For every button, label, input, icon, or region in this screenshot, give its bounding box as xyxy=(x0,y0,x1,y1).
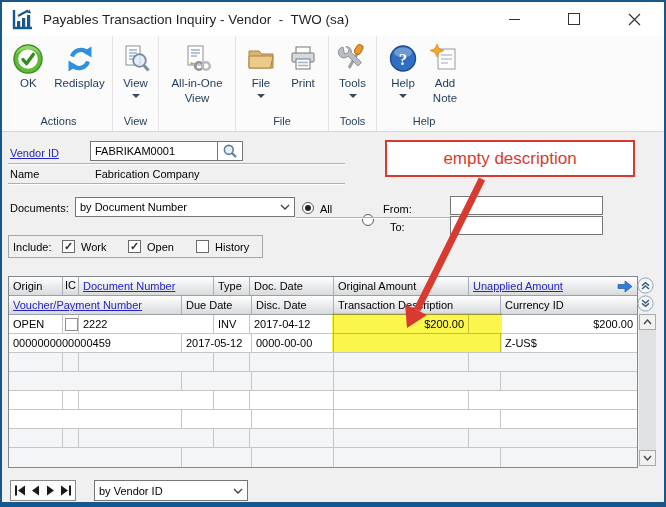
print-button[interactable]: Print xyxy=(282,43,324,90)
highlight-overlay xyxy=(332,313,502,352)
cell-due-date[interactable]: 2017-05-12 xyxy=(182,334,252,352)
chevron-up-icon xyxy=(643,319,652,325)
group-label-file: File xyxy=(236,113,328,131)
header-ic: IC xyxy=(63,277,79,295)
add-note-icon xyxy=(429,43,461,75)
header-type: Type xyxy=(214,277,250,295)
toolbar-group-file: File Print File xyxy=(236,36,329,131)
documents-filter-dropdown[interactable]: by Document Number xyxy=(75,197,295,217)
app-chart-icon xyxy=(11,7,35,31)
cell-currency-id[interactable]: Z-US$ xyxy=(501,334,637,352)
add-note-button[interactable]: Add Note xyxy=(424,43,466,105)
print-printer-icon xyxy=(287,43,319,75)
sort-order-dropdown[interactable]: by Vendor ID xyxy=(94,480,248,501)
header-document-number-link[interactable]: Document Number xyxy=(79,277,214,295)
help-question-icon: ? xyxy=(387,43,419,75)
empty-row-line2 xyxy=(9,410,637,429)
cell-voucher-number[interactable]: 0000000000000459 xyxy=(9,334,182,352)
group-label-tools: Tools xyxy=(329,113,376,131)
last-record-button[interactable] xyxy=(60,485,72,496)
maximize-icon xyxy=(568,13,580,25)
close-icon xyxy=(628,13,641,26)
cell-origin[interactable]: OPEN xyxy=(9,315,63,333)
header-unapplied-amount-link[interactable]: Unapplied Amount xyxy=(473,280,563,292)
cell-ic xyxy=(63,315,79,333)
blue-right-arrow-icon[interactable] xyxy=(617,280,633,293)
all-in-one-view-label-line1: All-in-One xyxy=(171,77,222,90)
ok-button[interactable]: OK xyxy=(7,43,49,90)
all-in-one-view-icon xyxy=(181,43,213,75)
view-document-magnifier-icon xyxy=(120,43,152,75)
previous-record-button[interactable] xyxy=(31,485,40,496)
divider xyxy=(8,163,345,164)
all-in-one-view-label-line2: View xyxy=(185,92,210,105)
collapse-rows-button[interactable] xyxy=(637,295,654,312)
cell-disc-date[interactable]: 0000-00-00 xyxy=(252,334,334,352)
vendor-lookup-button[interactable] xyxy=(217,141,243,161)
header-transaction-description: Transaction Description xyxy=(334,296,501,314)
ic-checkbox[interactable] xyxy=(65,318,78,331)
to-input[interactable] xyxy=(450,216,603,235)
toolbar-group-actions: OK Redisplay Actions xyxy=(5,36,113,131)
open-checkbox[interactable]: ✓ xyxy=(128,240,141,253)
file-folder-icon xyxy=(245,43,277,75)
tools-dropdown-chevron-icon xyxy=(349,94,357,98)
header-doc-date: Doc. Date xyxy=(250,277,334,295)
redisplay-button[interactable]: Redisplay xyxy=(49,43,110,90)
history-checkbox[interactable] xyxy=(196,240,209,253)
to-label: To: xyxy=(390,221,405,233)
scroll-up-button[interactable] xyxy=(639,314,656,330)
minimize-icon xyxy=(509,19,520,20)
next-record-button[interactable] xyxy=(46,485,55,496)
sort-order-value: by Vendor ID xyxy=(99,485,163,497)
toolbar-group-help: ? Help Add Note Help xyxy=(377,36,471,131)
help-button[interactable]: ? Help xyxy=(382,43,424,98)
vendor-name-value: Fabrication Company xyxy=(95,168,200,180)
close-button[interactable] xyxy=(604,2,664,36)
vendor-id-link[interactable]: Vendor ID xyxy=(10,147,59,159)
file-button[interactable]: File xyxy=(240,43,282,98)
redisplay-button-label: Redisplay xyxy=(54,77,105,90)
chevron-down-icon xyxy=(643,455,652,461)
radio-from[interactable] xyxy=(362,214,374,226)
work-checkbox[interactable]: ✓ xyxy=(62,240,75,253)
maximize-button[interactable] xyxy=(544,2,604,36)
header-voucher-number-link[interactable]: Voucher/Payment Number xyxy=(9,296,182,314)
cell-type[interactable]: INV xyxy=(214,315,250,333)
help-dropdown-chevron-icon xyxy=(399,94,407,98)
header-disc-date: Disc. Date xyxy=(252,296,334,314)
radio-all-label: All xyxy=(320,203,332,215)
open-checkbox-label: Open xyxy=(147,241,174,253)
minimize-button[interactable] xyxy=(484,2,544,36)
title-bar: Payables Transaction Inquiry - Vendor - … xyxy=(2,2,664,36)
radio-all[interactable] xyxy=(302,202,314,214)
ok-button-label: OK xyxy=(20,77,37,90)
tools-button-label: Tools xyxy=(339,77,366,90)
expand-rows-button[interactable] xyxy=(637,277,654,294)
documents-label: Documents: xyxy=(10,202,69,214)
annotation-callout: empty description xyxy=(385,140,635,177)
file-button-label: File xyxy=(252,77,271,90)
vendor-name-label: Name xyxy=(10,168,39,180)
add-note-label-line2: Note xyxy=(433,92,457,105)
group-label-view: View xyxy=(113,113,158,131)
tools-button[interactable]: Tools xyxy=(332,43,374,98)
first-record-button[interactable] xyxy=(14,485,26,496)
transactions-grid: Origin IC Document Number Type Doc. Date… xyxy=(8,276,638,468)
view-button[interactable]: View xyxy=(115,43,157,98)
header-original-amount: Original Amount xyxy=(334,277,469,295)
window-title: Payables Transaction Inquiry - Vendor - … xyxy=(43,12,349,27)
grid-header-line2: Voucher/Payment Number Due Date Disc. Da… xyxy=(9,296,637,315)
cell-document-number[interactable]: 2222 xyxy=(79,315,214,333)
header-due-date: Due Date xyxy=(182,296,252,314)
group-label-all-in-one xyxy=(159,113,235,131)
cell-doc-date[interactable]: 2017-04-12 xyxy=(250,315,334,333)
from-input[interactable] xyxy=(450,196,603,215)
scroll-down-button[interactable] xyxy=(639,450,656,466)
divider xyxy=(296,217,450,218)
window-controls xyxy=(484,2,664,36)
all-in-one-view-button[interactable]: All-in-One View xyxy=(166,43,227,105)
include-label: Include: xyxy=(13,241,52,253)
grid-scrollbar[interactable] xyxy=(639,314,656,466)
vendor-id-input[interactable]: FABRIKAM0001 xyxy=(90,141,218,161)
